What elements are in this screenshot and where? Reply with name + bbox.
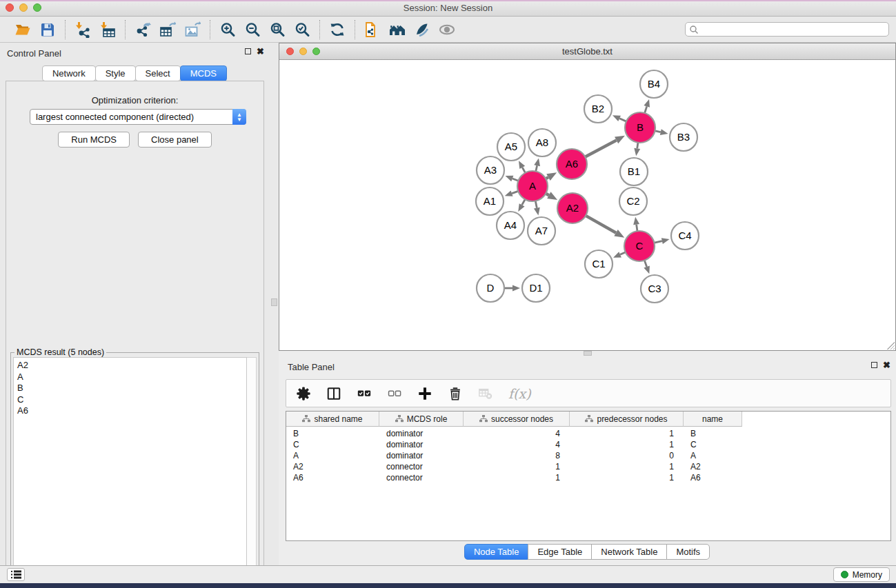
table-cell[interactable]: C (286, 439, 379, 450)
mcds-result-list[interactable]: A2ABCA6 (13, 357, 247, 582)
arrowhead-icon (644, 99, 650, 108)
table-cell[interactable]: dominator (379, 439, 464, 450)
table-cell[interactable]: 0 (570, 450, 684, 461)
column-layout-icon[interactable] (326, 386, 341, 401)
splitter-grip[interactable] (271, 298, 277, 306)
table-row[interactable]: Cdominator41C (286, 439, 890, 450)
tab-select[interactable]: Select (135, 65, 181, 81)
show-all-icon[interactable] (388, 21, 406, 39)
optimization-dropdown[interactable]: largest connected component (directed) ▲… (30, 109, 246, 125)
arrowhead-icon (660, 129, 668, 135)
table-cell[interactable]: B (684, 428, 742, 439)
mcds-result-item[interactable]: A2 (17, 360, 246, 372)
export-image-icon[interactable] (183, 21, 201, 39)
table-row[interactable]: Adominator80A (286, 450, 890, 461)
tab-style[interactable]: Style (95, 65, 136, 81)
table-row[interactable]: A6connector11A6 (286, 472, 890, 483)
table-cell[interactable]: 8 (464, 450, 570, 461)
tab-network-table[interactable]: Network Table (591, 544, 667, 560)
column-header-successor-nodes[interactable]: successor nodes (464, 412, 570, 427)
run-mcds-button[interactable]: Run MCDS (58, 132, 130, 148)
edge-A6-B[interactable] (584, 140, 617, 157)
list-icon (11, 570, 21, 579)
table-cell[interactable]: connector (379, 461, 464, 472)
column-header-name[interactable]: name (684, 412, 742, 427)
table-cell[interactable]: 1 (570, 461, 684, 472)
table-cell[interactable]: A6 (286, 472, 379, 483)
close-panel-button[interactable]: Close panel (138, 132, 212, 148)
tab-mcds[interactable]: MCDS (180, 65, 227, 81)
table-cell[interactable]: A (684, 450, 742, 461)
arrowhead-icon (661, 238, 670, 244)
table-cell[interactable]: 1 (464, 461, 570, 472)
table-cell[interactable]: C (684, 439, 742, 450)
resize-grip-icon[interactable] (886, 341, 895, 349)
column-header-MCDS-role[interactable]: MCDS role (379, 412, 464, 427)
table-cell[interactable]: A6 (684, 472, 742, 483)
vertical-splitter[interactable] (270, 43, 279, 565)
table-cell[interactable]: A (286, 450, 379, 461)
table-cell[interactable]: dominator (379, 428, 464, 439)
network-graph[interactable]: B4B2BB3A8A5A6A3B1AA1C2A2A4A7C4CC1DD1C3 (279, 60, 895, 350)
open-session-icon[interactable] (14, 21, 32, 39)
export-network-icon[interactable] (134, 21, 152, 39)
select-all-icon[interactable] (357, 386, 372, 401)
tab-node-table[interactable]: Node Table (464, 544, 529, 560)
splitter-grip[interactable] (584, 351, 592, 356)
zoom-out-icon[interactable] (243, 21, 261, 39)
tab-network[interactable]: Network (42, 65, 96, 81)
tab-motifs[interactable]: Motifs (666, 544, 710, 560)
node-label-B: B (637, 121, 644, 133)
zoom-selected-icon[interactable] (293, 21, 311, 39)
float-panel-icon[interactable] (871, 362, 877, 368)
deselect-all-icon[interactable] (387, 386, 402, 401)
node-table[interactable]: shared nameMCDS rolesuccessor nodesprede… (286, 411, 891, 541)
save-session-icon[interactable] (39, 21, 57, 39)
table-cell[interactable]: B (286, 428, 379, 439)
delete-column-icon[interactable] (448, 386, 463, 401)
search-input[interactable] (699, 25, 888, 34)
arrowhead-icon (644, 265, 649, 274)
task-history-button[interactable] (7, 568, 25, 581)
table-row[interactable]: Bdominator41B (286, 428, 890, 439)
mcds-result-scrollbar[interactable] (247, 357, 257, 582)
table-cell[interactable]: A2 (684, 461, 742, 472)
add-column-icon[interactable] (417, 386, 432, 401)
search-field[interactable] (685, 22, 889, 37)
column-header-predecessor-nodes[interactable]: predecessor nodes (570, 412, 684, 427)
table-cell[interactable]: 1 (570, 472, 684, 483)
table-cell[interactable]: connector (379, 472, 464, 483)
annotation-pen-icon[interactable] (413, 21, 431, 39)
import-network-icon[interactable] (74, 21, 92, 39)
close-panel-icon[interactable]: ✖ (257, 48, 264, 55)
tab-edge-table[interactable]: Edge Table (528, 544, 592, 560)
network-canvas[interactable]: B4B2BB3A8A5A6A3B1AA1C2A2A4A7C4CC1DD1C3 (279, 60, 895, 350)
table-row[interactable]: A2connector11A2 (286, 461, 890, 472)
column-header-shared-name[interactable]: shared name (286, 412, 379, 427)
table-cell[interactable]: 1 (464, 472, 570, 483)
float-panel-icon[interactable] (245, 48, 251, 54)
duplicate-network-icon[interactable] (364, 21, 381, 39)
table-cell[interactable]: A2 (286, 461, 379, 472)
export-table-icon[interactable] (159, 21, 177, 39)
import-table-icon[interactable] (99, 21, 117, 39)
network-window-titlebar[interactable]: testGlobe.txt (279, 43, 895, 60)
mcds-result-item[interactable]: A6 (17, 405, 246, 417)
table-cell[interactable]: 4 (464, 439, 570, 450)
close-panel-icon[interactable]: ✖ (883, 361, 890, 369)
horizontal-splitter[interactable] (279, 351, 896, 356)
memory-button[interactable]: Memory (833, 567, 890, 582)
table-cell[interactable]: 1 (570, 439, 684, 450)
mcds-result-item[interactable]: A (17, 372, 246, 383)
refresh-icon[interactable] (328, 21, 346, 39)
zoom-fit-icon[interactable] (268, 21, 286, 39)
eye-icon[interactable] (438, 21, 456, 39)
table-cell[interactable]: 1 (570, 428, 684, 439)
settings-gear-icon[interactable] (296, 386, 311, 401)
table-cell[interactable]: dominator (379, 450, 464, 461)
table-cell[interactable]: 4 (464, 428, 570, 439)
mcds-result-item[interactable]: C (17, 394, 246, 406)
zoom-in-icon[interactable] (219, 21, 237, 39)
mcds-result-item[interactable]: B (17, 383, 246, 394)
edge-A2-C[interactable] (584, 215, 616, 233)
